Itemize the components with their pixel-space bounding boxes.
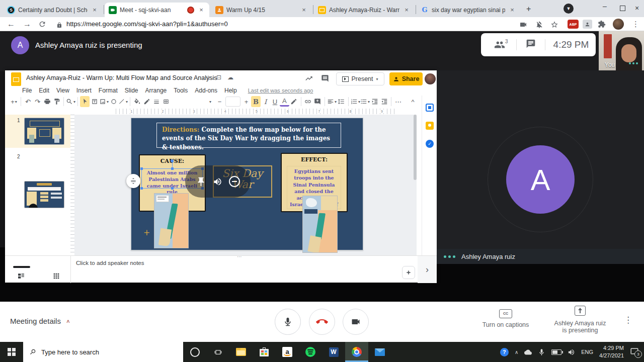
menu-tools[interactable]: Tools xyxy=(174,87,188,94)
slides-app-icon[interactable] xyxy=(11,72,21,86)
audio-icon[interactable] xyxy=(213,177,222,187)
highlight-color-icon[interactable] xyxy=(289,96,299,107)
clock-tray[interactable]: 4:29 PM 4/27/2021 xyxy=(599,344,624,359)
filmstrip-view-icon[interactable] xyxy=(17,272,25,282)
tab-slides-doc[interactable]: Ashley Amaya-Ruiz - Warm U × xyxy=(314,3,415,17)
close-tab-icon[interactable]: × xyxy=(508,6,516,14)
minimize-window-icon[interactable]: – xyxy=(603,2,607,10)
self-video-thumbnail[interactable]: You xyxy=(599,31,644,75)
tile-drag-handle[interactable] xyxy=(126,174,140,188)
help-tray-icon[interactable]: ? xyxy=(500,348,509,356)
expand-chevron-icon[interactable]: › xyxy=(426,264,429,275)
indent-increase-icon[interactable] xyxy=(370,96,379,107)
menu-file[interactable]: File xyxy=(22,87,32,94)
file-explorer-icon[interactable] xyxy=(229,342,253,362)
close-window-icon[interactable]: × xyxy=(635,4,639,12)
zoom-select-dropdown-icon[interactable]: ▾ xyxy=(205,96,215,107)
notification-center-icon[interactable]: 3 xyxy=(630,347,640,356)
menu-insert[interactable]: Insert xyxy=(76,87,92,94)
spotify-icon[interactable] xyxy=(299,342,322,362)
present-dropdown-icon[interactable]: ▾ xyxy=(376,77,378,81)
tab-warm-up[interactable]: Warm Up 4/15 × xyxy=(211,3,312,17)
chat-button[interactable] xyxy=(526,39,536,51)
insert-image-icon[interactable]: ▾ xyxy=(99,96,109,107)
line-spacing-icon[interactable] xyxy=(337,96,346,107)
calendar-icon[interactable] xyxy=(426,104,434,112)
adblock-extension-icon[interactable]: ABP xyxy=(568,20,579,29)
start-button[interactable] xyxy=(0,342,23,362)
media-controls-icon[interactable]: ▼ xyxy=(564,4,574,14)
restore-window-icon[interactable] xyxy=(620,6,625,11)
selection-handle[interactable] xyxy=(171,167,174,170)
explore-button[interactable] xyxy=(402,266,415,279)
extensions-puzzle-icon[interactable] xyxy=(598,20,606,30)
new-slide-icon[interactable]: +▾ xyxy=(9,96,19,107)
star-document-icon[interactable]: ☆ xyxy=(205,74,211,81)
word-icon[interactable]: W xyxy=(322,342,345,362)
keep-icon[interactable] xyxy=(426,122,434,130)
collapse-toolbar-icon[interactable]: ^ xyxy=(408,96,418,107)
remove-tile-icon[interactable] xyxy=(229,176,240,187)
text-color-icon[interactable]: A xyxy=(280,97,289,107)
browser-profile-avatar[interactable] xyxy=(613,19,624,30)
plus-placeholder[interactable]: + xyxy=(143,228,150,237)
mail-icon[interactable] xyxy=(368,342,391,362)
amazon-icon[interactable]: a xyxy=(276,342,299,362)
map-image-israel-1[interactable] xyxy=(154,193,189,248)
insert-link-icon[interactable] xyxy=(303,96,313,107)
slide-thumbnail-1[interactable] xyxy=(24,118,64,145)
menu-format[interactable]: Format xyxy=(99,87,118,94)
tasks-icon[interactable]: ✓ xyxy=(426,140,434,148)
menu-view[interactable]: View xyxy=(56,87,69,94)
undo-icon[interactable]: ↶ xyxy=(23,96,33,107)
font-size-decrease-icon[interactable]: − xyxy=(215,96,224,107)
rotate-handle[interactable] xyxy=(171,159,174,162)
border-color-icon[interactable] xyxy=(142,96,151,107)
captions-button[interactable]: CC Turn on captions xyxy=(473,308,538,328)
move-to-folder-icon[interactable]: ⊡ xyxy=(216,74,221,81)
participants-button[interactable]: 3 xyxy=(494,39,508,50)
close-tab-icon[interactable]: × xyxy=(403,6,411,14)
menu-arrange[interactable]: Arrange xyxy=(145,87,167,94)
indent-decrease-icon[interactable] xyxy=(379,96,389,107)
document-title[interactable]: Ashley Amaya-Ruiz - Warm Up: Multi Flow … xyxy=(26,74,217,81)
notifications-blocked-icon[interactable] xyxy=(535,21,543,31)
bold-icon[interactable]: B xyxy=(251,96,261,107)
comments-icon[interactable] xyxy=(321,74,329,84)
underline-icon[interactable]: U xyxy=(270,96,280,107)
presentation-status-button[interactable]: Ashley Amaya ruiz is presenting xyxy=(547,306,613,334)
selection-handle[interactable] xyxy=(171,187,174,190)
numbered-list-icon[interactable]: ▾ xyxy=(351,96,360,107)
tray-mic-icon[interactable] xyxy=(538,348,545,356)
taskbar-search-box[interactable]: Type here to search xyxy=(23,342,183,362)
tab-meet-active[interactable]: Meet - sqj-skvi-aan × xyxy=(105,3,209,17)
text-box-icon[interactable] xyxy=(90,96,99,107)
tab-google-search[interactable]: G six day war egyptian sinai pe × xyxy=(417,3,520,17)
forward-icon[interactable]: → xyxy=(23,17,31,31)
border-weight-icon[interactable] xyxy=(151,96,161,107)
last-edit-link[interactable]: Last edit was seconds ago xyxy=(248,87,313,94)
browser-menu-icon[interactable]: ⋮ xyxy=(632,17,639,31)
camera-button[interactable] xyxy=(343,309,369,335)
slide-thumbnail-2[interactable] xyxy=(24,181,64,208)
selection-handle[interactable] xyxy=(140,187,143,190)
language-indicator[interactable]: ENG xyxy=(581,349,593,355)
directions-textbox[interactable]: Directions: Complete the flow map below … xyxy=(156,123,341,148)
align-icon[interactable]: ▾ xyxy=(327,96,337,107)
pin-icon[interactable] xyxy=(196,176,206,187)
more-options-icon[interactable]: ⋮ xyxy=(624,315,632,325)
volume-icon[interactable] xyxy=(568,348,575,356)
grid-view-icon[interactable] xyxy=(52,272,60,282)
print-icon[interactable] xyxy=(42,96,52,107)
present-button[interactable]: Present ▾ xyxy=(336,72,384,85)
extension-person-icon[interactable] xyxy=(583,20,592,29)
paint-format-icon[interactable] xyxy=(52,96,61,107)
close-tab-icon[interactable]: × xyxy=(197,6,205,14)
url-text[interactable]: https://meet.google.com/sqj-skvi-aan?pli… xyxy=(66,17,228,31)
italic-icon[interactable]: I xyxy=(261,96,270,107)
insert-line-icon[interactable]: ▾ xyxy=(118,96,128,107)
reload-icon[interactable] xyxy=(38,20,46,30)
font-size-input[interactable] xyxy=(225,97,240,107)
speaker-notes-placeholder[interactable]: Click to add speaker notes xyxy=(76,260,144,266)
menu-addons[interactable]: Add-ons xyxy=(195,87,217,94)
